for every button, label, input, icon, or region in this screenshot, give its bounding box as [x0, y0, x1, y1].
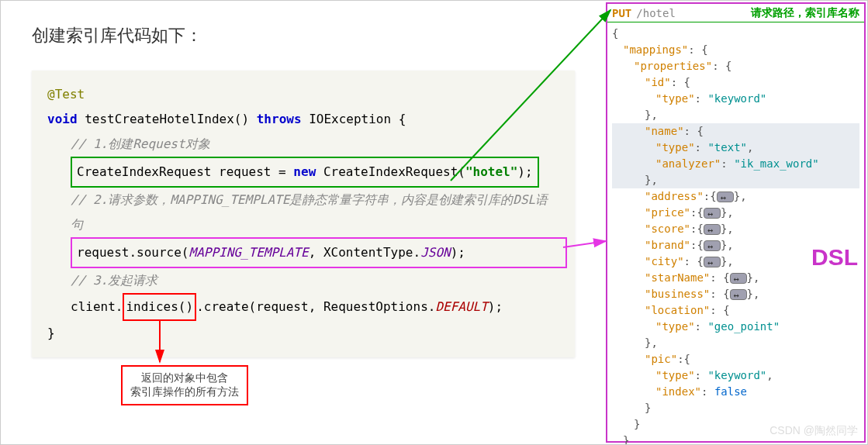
dsl-json: { "mappings": { "properties": { "id": { … [607, 22, 864, 445]
comment-1: // 1.创建Request对象 [71, 136, 210, 151]
fold-icon[interactable] [730, 289, 747, 300]
annotation: @Test [47, 87, 85, 102]
http-method: PUT [612, 7, 631, 19]
heading: 创建索引库代码如下： [32, 24, 575, 47]
request-path: /hotel [636, 7, 676, 19]
callout-line-1: 返回的对象中包含 [130, 371, 239, 385]
fold-icon[interactable] [704, 224, 721, 235]
dsl-header: PUT /hotel 请求路径，索引库名称 [607, 4, 864, 22]
comment-2: // 2.请求参数，MAPPING_TEMPLATE是静态常量字符串，内容是创建… [71, 192, 548, 232]
fold-icon[interactable] [704, 240, 721, 251]
comment-3: // 3.发起请求 [71, 273, 157, 288]
callout-line-2: 索引库操作的所有方法 [130, 385, 239, 399]
right-panel: PUT /hotel 请求路径，索引库名称 { "mappings": { "p… [606, 2, 866, 443]
create-request-line: CreateIndexRequest request = new CreateI… [71, 157, 539, 188]
java-code-block: @Test void testCreateHotelIndex() throws… [32, 71, 575, 357]
fold-icon[interactable] [717, 191, 734, 202]
close-brace: } [47, 326, 55, 340]
dsl-label: DSL [811, 240, 858, 274]
kw-void: void [47, 112, 78, 126]
request-source-line: request.source(MAPPING_TEMPLATE, XConten… [71, 237, 567, 268]
fold-icon[interactable] [704, 257, 721, 267]
watermark: CSDN @陶然同学 [769, 424, 858, 438]
fold-icon[interactable] [730, 273, 747, 284]
indices-call: indices() [123, 293, 196, 321]
header-note: 请求路径，索引库名称 [751, 6, 859, 20]
kw-throws: throws [257, 112, 302, 126]
left-panel: 创建索引库代码如下： @Test void testCreateHotelInd… [1, 1, 606, 444]
callout-box: 返回的对象中包含 索引库操作的所有方法 [121, 365, 248, 405]
method-name: testCreateHotelIndex() [85, 112, 249, 126]
fold-icon[interactable] [704, 208, 721, 219]
exception-name: IOException { [309, 112, 406, 126]
